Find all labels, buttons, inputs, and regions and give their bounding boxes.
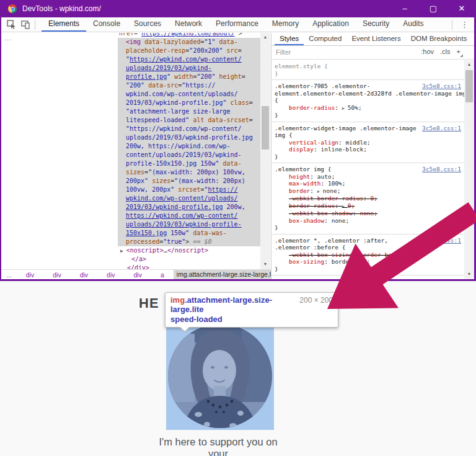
code-line[interactable]: placeholder-resp="200x200" src= [118, 47, 260, 55]
stylesheet-link[interactable]: 3c5e8.css:1 [422, 125, 461, 132]
code-line[interactable]: 100vw, 200px" srcset="https:// [118, 186, 260, 194]
device-toolbar-icon[interactable] [20, 19, 31, 30]
maximize-button[interactable]: ▢ [419, 0, 447, 17]
toggle-hov[interactable]: :hov [421, 48, 434, 55]
code-line[interactable]: ▶ <noscript>…</noscript> [1, 246, 260, 255]
breadcrumb-item[interactable]: div [71, 271, 97, 279]
styles-tab-computed[interactable]: Computed [304, 33, 346, 45]
dom-tree: href="https://wpkind.com/about/"><img da… [1, 33, 260, 269]
scroll-down-icon[interactable]: ▼ [260, 260, 270, 268]
code-line[interactable]: <img data-lazyloaded="1" data- [118, 38, 260, 47]
styles-scrollbar[interactable]: ▲ ▼ [464, 60, 474, 279]
scrollbar-thumb[interactable] [465, 70, 473, 102]
expand-arrow-icon[interactable]: ▶ [342, 105, 348, 111]
breadcrumb-item[interactable]: div [17, 271, 43, 279]
code-line[interactable]: profile-150x150.jpg 150w" data- [118, 159, 260, 168]
css-property[interactable]: -webkit-box-sizing: border-box; [275, 251, 462, 259]
css-rules-list: element.style {}3c5e8.css:1.elementor-79… [271, 60, 464, 279]
css-rule[interactable]: element.style {} [271, 60, 464, 80]
css-property[interactable]: box-sizing: border-box; [275, 258, 462, 266]
more-options-icon[interactable]: ⋮ [455, 20, 474, 29]
tooltip-classes-wrap: speed-loaded [170, 315, 333, 324]
tab-performance[interactable]: Performance [209, 17, 265, 32]
expand-arrow-icon[interactable]: ▶ [342, 203, 348, 209]
tab-sources[interactable]: Sources [127, 17, 168, 32]
code-line[interactable]: </div> [1, 264, 260, 269]
css-property[interactable]: max-width: 100%; [275, 180, 462, 187]
code-line[interactable]: 2019/03/wpkind-profile.jpg 200w, [118, 203, 260, 212]
close-button[interactable]: ✕ [447, 0, 476, 17]
css-rule[interactable]: 3c5e8.css:1.elementor *, .elementor :aft… [271, 235, 464, 276]
tab-audits[interactable]: Audits [396, 17, 430, 32]
breadcrumb-selected[interactable]: img.attachment-large.size-large.litespee… [174, 270, 271, 279]
code-line[interactable]: 2019/03/wpkind-profile.jpg" class= [118, 99, 260, 107]
code-line[interactable]: sizes="(max-width: 200px) 100vw, [118, 168, 260, 177]
css-rule[interactable]: 3c5e8.css:1.elementor-7985 .elementor-el… [271, 80, 464, 122]
code-line[interactable]: </a> [1, 255, 260, 264]
tab-security[interactable]: Security [356, 17, 396, 32]
code-line[interactable]: uploads/2019/03/wpkind-profile.jpg [118, 133, 260, 142]
code-line[interactable]: "200" data-src="https:// [118, 81, 260, 90]
stylesheet-link[interactable]: 3c5e8.css:1 [422, 166, 461, 173]
code-line[interactable]: "https://wpkind.com/wp-content/ [118, 125, 260, 133]
scroll-up-icon[interactable]: ▲ [260, 33, 270, 41]
expand-arrow-icon[interactable]: ▶ [317, 189, 323, 194]
code-line[interactable]: profile.jpg" width="200" height= [118, 73, 260, 81]
tab-console[interactable]: Console [86, 17, 127, 32]
tab-network[interactable]: Network [168, 17, 209, 32]
panel-divider[interactable] [271, 33, 271, 279]
code-line[interactable]: "attachment-large size-large [118, 107, 260, 116]
css-property[interactable]: display: inline-block; [275, 146, 462, 153]
css-property[interactable]: border-radius: ▶ 50%; [275, 104, 462, 112]
code-line[interactable]: 200px" sizes="(max-width: 200px) [118, 177, 260, 186]
tab-elements[interactable]: Elements [42, 17, 86, 32]
css-property[interactable]: height: auto; [275, 173, 462, 181]
tab-memory[interactable]: Memory [265, 17, 306, 32]
breadcrumb-item[interactable]: div [125, 271, 151, 279]
elements-scrollbar[interactable]: ▲ ▼ [260, 33, 270, 269]
breadcrumb-item[interactable]: div [43, 271, 70, 279]
toolbar-divider [35, 20, 35, 30]
css-property[interactable]: border-radius: ▶ 0; [275, 202, 462, 210]
css-property[interactable]: box-shadow: none; [275, 217, 462, 225]
styles-tab-styles[interactable]: Styles [275, 33, 304, 45]
css-property[interactable]: -webkit-border-radius: 0; [275, 195, 462, 202]
css-rule[interactable]: 3c5e8.css:1.elementor-widget-image .elem… [271, 122, 464, 164]
profile-photo[interactable] [166, 321, 274, 430]
code-line[interactable]: wpkind.com/wp-content/uploads/ [118, 194, 260, 203]
code-line[interactable]: 200w, https://wpkind.com/wp- [118, 142, 260, 151]
code-line[interactable]: litespeed-loaded" alt data-srcset= [118, 116, 260, 125]
css-property[interactable]: -webkit-box-shadow: none; [275, 210, 462, 217]
stylesheet-link[interactable]: 3c5e8.css:1 [422, 237, 461, 244]
styles-tab-bar: StylesComputedEvent ListenersDOM Breakpo… [271, 33, 474, 46]
styles-tab-event-listeners[interactable]: Event Listeners [346, 33, 405, 45]
scroll-down-icon[interactable]: ▼ [464, 270, 474, 278]
code-line[interactable]: uploads/2019/03/wpkind- [118, 64, 260, 73]
code-line[interactable]: processed="true"> == $0 [118, 238, 260, 246]
breadcrumb-overflow[interactable]: ... [1, 271, 17, 279]
code-line[interactable]: https://wpkind.com/wp-content/ [118, 212, 260, 220]
scroll-up-icon[interactable]: ▲ [464, 60, 474, 68]
styles-tab-dom-breakpoints[interactable]: DOM Breakpoints [406, 33, 472, 45]
code-line[interactable]: 150x150.jpg 150w" data-was- [118, 229, 260, 238]
filter-input[interactable]: Filter [276, 48, 291, 56]
css-property[interactable]: border: ▶ none; [275, 187, 462, 195]
toggle-cls[interactable]: .cls [440, 48, 451, 55]
code-line[interactable]: href="https://wpkind.com/about/"> [1, 33, 260, 38]
css-property[interactable]: vertical-align: middle; [275, 139, 462, 146]
tab-application[interactable]: Application [306, 17, 356, 32]
styles-toggles: :hov.cls+ [421, 48, 461, 55]
breadcrumb-item[interactable]: div [97, 271, 124, 279]
window-titlebar[interactable]: DevTools - wpkind.com/ – ▢ ✕ [0, 0, 476, 17]
code-line[interactable]: "https://wpkind.com/wp-content/ [118, 55, 260, 64]
code-line[interactable]: uploads/2019/03/wpkind-profile- [118, 220, 260, 229]
stylesheet-link[interactable]: 3c5e8.css:1 [422, 83, 461, 90]
code-line[interactable]: wpkind.com/wp-content/uploads/ [118, 90, 260, 99]
inspect-element-icon[interactable] [6, 19, 17, 30]
code-line[interactable]: content/uploads/2019/03/wpkind- [118, 151, 260, 159]
css-rule[interactable]: 3c5e8.css:1.elementor img {height: auto;… [271, 163, 464, 235]
tooltip-tag: img [170, 295, 185, 305]
minimize-button[interactable]: – [390, 0, 419, 17]
breadcrumb-item[interactable]: a [151, 271, 174, 279]
scrollbar-thumb[interactable] [262, 106, 269, 150]
